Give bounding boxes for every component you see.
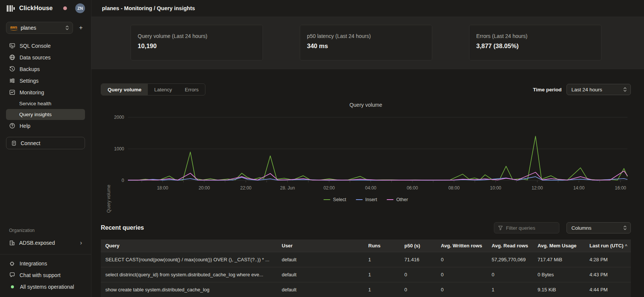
logo-row: ClickHouse ZN xyxy=(6,0,85,17)
stat-card-p50-latency: p50 latency (Last 24 hours)340 ms xyxy=(300,25,432,61)
legend-item-select[interactable]: Select xyxy=(324,197,346,202)
chat-icon xyxy=(9,272,15,278)
tab-errors[interactable]: Errors xyxy=(178,84,205,95)
legend-item-insert[interactable]: Insert xyxy=(356,197,377,202)
sidebar-item-query-insights[interactable]: Query insights xyxy=(6,109,85,120)
add-service-button[interactable]: + xyxy=(77,24,85,32)
chart-icon xyxy=(9,89,15,95)
organization-switcher[interactable]: ADSB.exposed › xyxy=(6,237,85,249)
sidebar-item-label: Integrations xyxy=(20,261,47,267)
time-period-select[interactable]: Last 24 hours xyxy=(567,84,631,95)
logo-text: ClickHouse xyxy=(19,5,53,12)
time-period-value: Last 24 hours xyxy=(571,87,602,92)
avatar[interactable]: ZN xyxy=(75,3,85,13)
stat-value: 3,877 (38.05%) xyxy=(476,42,594,50)
sidebar-item-label: Help xyxy=(20,123,30,129)
sidebar-footer: IntegrationsChat with supportAll systems… xyxy=(6,258,85,297)
stats-strip: Query volume (Last 24 hours)10,190p50 la… xyxy=(91,17,644,69)
connect-button[interactable]: Connect xyxy=(6,137,85,149)
recent-queries-header: Recent queries Columns xyxy=(101,222,631,233)
organization-section-label: Organization xyxy=(9,228,82,233)
y-tick-label: 2000 xyxy=(114,115,124,120)
series-other xyxy=(128,171,627,180)
sidebar-item-label: Monitoring xyxy=(20,89,44,95)
tab-latency[interactable]: Latency xyxy=(148,84,178,95)
table-cell: 0 xyxy=(436,267,487,282)
sidebar-item-help[interactable]: Help xyxy=(6,120,85,132)
notification-dot-icon[interactable] xyxy=(63,6,67,10)
sidebar-item-integrations[interactable]: Integrations xyxy=(6,258,85,269)
column-header-last-run-utc[interactable]: Last run (UTC)^ xyxy=(585,239,631,252)
x-tick-label: 18:00 xyxy=(157,185,168,191)
sidebar-item-chat-with-support[interactable]: Chat with support xyxy=(6,269,85,281)
stat-value: 340 ms xyxy=(307,42,425,50)
sidebar-item-sql-console[interactable]: SQL Console xyxy=(6,40,85,52)
recent-queries-title: Recent queries xyxy=(101,224,144,231)
sidebar-divider xyxy=(0,254,91,255)
stat-label: p50 latency (Last 24 hours) xyxy=(307,33,425,39)
table-cell: 71.416 xyxy=(400,252,436,267)
sidebar-item-settings[interactable]: Settings xyxy=(6,75,85,86)
x-tick-label: 22:00 xyxy=(240,185,252,191)
legend-item-other[interactable]: Other xyxy=(387,197,408,202)
connect-icon xyxy=(11,140,17,146)
sidebar-item-backups[interactable]: Backups xyxy=(6,63,85,75)
query-cell: select distrinct(query_id) from system.d… xyxy=(101,267,277,282)
column-header-query[interactable]: Query xyxy=(101,239,277,252)
sidebar-nav: SQL ConsoleData sourcesBackupsSettingsMo… xyxy=(6,40,85,132)
stat-value: 10,190 xyxy=(138,42,256,50)
app-window: ClickHouse ZN aws planes + SQL ConsoleDa… xyxy=(0,0,644,297)
sidebar-item-data-sources[interactable]: Data sources xyxy=(6,52,85,63)
help-icon xyxy=(9,123,15,129)
table-cell: 1 xyxy=(487,282,533,297)
filter-queries-input[interactable] xyxy=(506,225,555,231)
legend-swatch-icon xyxy=(356,199,363,200)
table-cell: 4:43 PM xyxy=(585,267,631,282)
table-row[interactable]: SELECT CAST(round(pow(count() / max(coun… xyxy=(101,252,631,267)
x-tick-label: 12:00 xyxy=(532,185,543,191)
sidebar: ClickHouse ZN aws planes + SQL ConsoleDa… xyxy=(0,0,91,297)
table-cell: default xyxy=(277,282,364,297)
column-header-avg-mem-usage[interactable]: Avg. Mem Usage xyxy=(533,239,585,252)
service-selector[interactable]: aws planes xyxy=(6,22,73,34)
chart-controls: Query volumeLatencyErrors Time period La… xyxy=(101,83,631,95)
puzzle-icon xyxy=(9,260,15,267)
columns-select[interactable]: Columns xyxy=(567,222,631,233)
table-cell: 1 xyxy=(364,267,400,282)
sliders-icon xyxy=(9,77,15,84)
tab-query-volume[interactable]: Query volume xyxy=(101,84,148,95)
legend-label: Insert xyxy=(365,197,377,202)
sidebar-item-service-health[interactable]: Service health xyxy=(6,98,85,109)
x-tick-label: 20:00 xyxy=(199,185,210,191)
table-cell: 1 xyxy=(364,282,400,297)
topbar: planes - Monitoring / Query insights xyxy=(91,0,644,17)
building-icon xyxy=(9,240,15,246)
recent-queries-table: QueryUserRunsp50 (s)Avg. Written rowsAvg… xyxy=(101,239,631,297)
table-cell: 0 xyxy=(487,267,533,282)
legend-label: Select xyxy=(333,197,346,202)
table-row[interactable]: show create table system.distributed_cac… xyxy=(101,282,631,297)
chart-legend: SelectInsertOther xyxy=(101,196,631,203)
status-dot-icon xyxy=(9,285,16,288)
organization-name: ADSB.exposed xyxy=(19,240,76,246)
chevron-updown-icon xyxy=(623,225,627,230)
column-header-runs[interactable]: Runs xyxy=(364,239,400,252)
table-row[interactable]: select distrinct(query_id) from system.d… xyxy=(101,267,631,282)
chart-title: Query volume xyxy=(101,102,631,108)
x-tick-label: 02:00 xyxy=(324,185,335,191)
breadcrumb: planes - Monitoring / Query insights xyxy=(102,5,195,11)
column-header-user[interactable]: User xyxy=(277,239,364,252)
query-cell: SELECT CAST(round(pow(count() / max(coun… xyxy=(101,252,277,267)
column-header-avg-read-rows[interactable]: Avg. Read rows xyxy=(487,239,533,252)
filter-icon xyxy=(498,226,503,230)
column-header-avg-written-rows[interactable]: Avg. Written rows xyxy=(436,239,487,252)
globe-icon xyxy=(9,54,15,61)
main-area: planes - Monitoring / Query insights Que… xyxy=(91,0,644,297)
table-cell: default xyxy=(277,252,364,267)
sidebar-item-all-systems-operational[interactable]: All systems operational xyxy=(6,281,85,292)
y-tick-label: 1000 xyxy=(114,146,124,152)
column-header-p50-s[interactable]: p50 (s) xyxy=(400,239,436,252)
sidebar-item-monitoring[interactable]: Monitoring xyxy=(6,86,85,98)
query-volume-chart: Query volume Query volume 010002000 18:0… xyxy=(101,102,631,203)
sidebar-item-label: Settings xyxy=(20,78,39,84)
